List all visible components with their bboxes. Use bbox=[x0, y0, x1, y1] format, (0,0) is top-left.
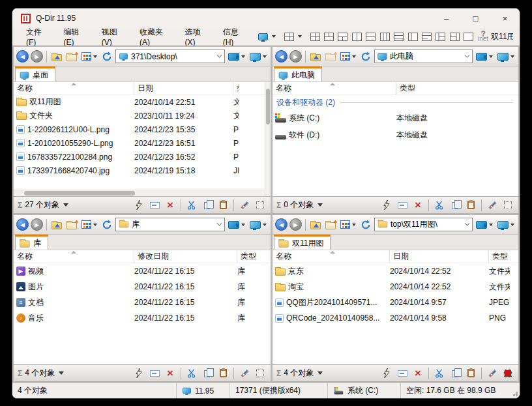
layout-2-horizontal-button[interactable] bbox=[364, 31, 377, 43]
cut-button[interactable] bbox=[185, 199, 198, 212]
paste-button[interactable] bbox=[216, 199, 229, 212]
new-folder-button[interactable] bbox=[65, 50, 78, 64]
back-button[interactable]: ◀ bbox=[16, 218, 29, 231]
layout-dropdown[interactable] bbox=[298, 35, 302, 38]
layout-2-vertical-button[interactable] bbox=[350, 31, 363, 43]
layout-tree-right-button[interactable] bbox=[448, 31, 461, 43]
rename-button[interactable] bbox=[396, 199, 409, 212]
pane-view-button-2[interactable] bbox=[248, 50, 268, 64]
file-row[interactable]: 文件夹 2023/10/11 19:24 文件夹 bbox=[14, 109, 265, 123]
file-row[interactable]: QRCode_202410140958... 2024/10/14 9:58 P… bbox=[273, 310, 518, 326]
copy-button[interactable] bbox=[449, 199, 462, 212]
library-row[interactable]: 图片 2024/11/22 16:15 库 bbox=[14, 279, 271, 295]
column-type[interactable]: 类型 bbox=[233, 82, 239, 94]
folder-up-button[interactable] bbox=[50, 50, 63, 64]
layout-3-top-split-button[interactable] bbox=[322, 31, 335, 43]
file-row[interactable]: 1733971668420740.jpg 2024/12/19 15:18 JP… bbox=[14, 164, 265, 177]
folder-up-button[interactable] bbox=[50, 218, 63, 232]
edit-button[interactable] bbox=[486, 367, 499, 380]
scrollbar-thumb[interactable] bbox=[24, 191, 135, 196]
edit-button[interactable] bbox=[238, 199, 251, 212]
layout-single-button[interactable] bbox=[462, 31, 475, 43]
views-button[interactable] bbox=[339, 218, 357, 232]
file-row[interactable]: QQ图片2024101409571... 2024/10/14 9:57 JPE… bbox=[273, 295, 518, 310]
cut-button[interactable] bbox=[433, 199, 446, 212]
address-combo[interactable]: 此电脑 bbox=[374, 50, 473, 63]
maximize-button[interactable]: □ bbox=[461, 8, 490, 28]
selection-button[interactable] bbox=[254, 367, 267, 380]
layout-3-columns-button[interactable] bbox=[378, 31, 391, 43]
menu-options[interactable]: 选项 (X) bbox=[179, 25, 216, 49]
menu-view[interactable]: 视图 (V) bbox=[96, 25, 133, 49]
favorite-shortcut[interactable]: 双11用 bbox=[491, 31, 513, 42]
column-date[interactable]: 日期 bbox=[134, 82, 233, 94]
library-row[interactable]: ▶视频 2024/11/22 16:15 库 bbox=[14, 263, 271, 279]
refresh-button[interactable] bbox=[100, 50, 113, 64]
delete-button[interactable]: × bbox=[411, 199, 424, 212]
quick-actions-button[interactable] bbox=[132, 367, 145, 380]
count-dropdown-icon[interactable] bbox=[318, 203, 323, 207]
new-folder-button[interactable] bbox=[65, 218, 78, 232]
refresh-button[interactable] bbox=[359, 50, 372, 64]
library-row[interactable]: ≡文档 2024/11/22 16:15 库 bbox=[14, 295, 271, 310]
cut-button[interactable] bbox=[433, 367, 446, 380]
copy-button[interactable] bbox=[201, 199, 214, 212]
paste-button[interactable] bbox=[216, 367, 229, 380]
resize-grip[interactable] bbox=[510, 383, 520, 398]
tab-this-pc[interactable]: 此电脑 bbox=[274, 66, 322, 81]
address-combo[interactable]: 371\Desktop\ bbox=[115, 50, 225, 63]
forward-button[interactable]: ▶ bbox=[31, 218, 43, 231]
count-dropdown-icon[interactable] bbox=[59, 371, 64, 375]
file-row[interactable]: 1678335722100284.png 2024/12/23 16:52 PN… bbox=[14, 150, 265, 164]
menu-favorites[interactable]: 收藏夹 (A) bbox=[134, 25, 178, 49]
menu-edit[interactable]: 编辑 (E) bbox=[59, 25, 95, 49]
selection-button[interactable] bbox=[254, 199, 267, 212]
copy-button[interactable] bbox=[201, 367, 214, 380]
drive-row[interactable]: 软件 (D:) 本地磁盘 bbox=[273, 126, 518, 143]
forward-button[interactable]: ▶ bbox=[289, 50, 302, 63]
close-button[interactable]: × bbox=[490, 8, 520, 28]
folder-up-button[interactable] bbox=[309, 218, 322, 232]
layout-2-columns-button[interactable] bbox=[406, 31, 419, 43]
layout-rows-button[interactable] bbox=[392, 31, 405, 43]
drive-row[interactable]: 系统 (C:) 本地磁盘 bbox=[273, 109, 518, 126]
views-button[interactable] bbox=[80, 218, 98, 232]
quick-actions-button[interactable] bbox=[380, 199, 393, 212]
pane-view-button-1[interactable] bbox=[475, 50, 494, 64]
pane-view-button-2[interactable] bbox=[248, 218, 268, 232]
edit-button[interactable] bbox=[486, 199, 499, 212]
file-row[interactable]: 淘宝 2024/10/14 22:52 文件夹 bbox=[273, 279, 518, 295]
pane-view-button-1[interactable] bbox=[227, 50, 246, 64]
selection-button[interactable] bbox=[501, 199, 514, 212]
column-modified[interactable]: 修改日期 bbox=[134, 250, 237, 263]
vertical-scrollbar[interactable] bbox=[265, 82, 271, 196]
delete-button[interactable]: × bbox=[164, 199, 177, 212]
back-button[interactable]: ◀ bbox=[275, 218, 288, 231]
pane-view-button-1[interactable] bbox=[227, 218, 246, 232]
column-date[interactable]: 日期 bbox=[390, 250, 489, 263]
group-header[interactable]: 设备和驱动器 (2) bbox=[273, 95, 518, 109]
menu-info[interactable]: 信息 (H) bbox=[218, 25, 255, 49]
file-row[interactable]: 京东 2024/10/14 22:52 文件夹 bbox=[273, 263, 518, 279]
inet-help-button[interactable]: ?inet bbox=[478, 31, 488, 42]
views-button[interactable] bbox=[339, 50, 357, 64]
address-combo[interactable]: 库 bbox=[115, 218, 225, 231]
file-row[interactable]: 1-2010201055290-L.png 2024/12/23 16:51 P… bbox=[14, 136, 265, 150]
address-combo[interactable]: top\双11用图\ bbox=[374, 218, 473, 231]
new-folder-button[interactable] bbox=[324, 50, 337, 64]
copy-button[interactable] bbox=[449, 367, 462, 380]
layout-quad2-button[interactable] bbox=[308, 31, 321, 43]
tab-shuang11[interactable]: 双11用图 bbox=[274, 235, 331, 250]
folder-up-button[interactable] bbox=[309, 50, 322, 64]
count-dropdown-icon[interactable] bbox=[63, 203, 68, 207]
refresh-button[interactable] bbox=[359, 218, 372, 232]
new-folder-button[interactable] bbox=[324, 218, 337, 232]
library-row[interactable]: ♪音乐 2024/11/22 16:15 库 bbox=[14, 310, 271, 326]
rename-button[interactable] bbox=[148, 367, 161, 380]
back-button[interactable]: ◀ bbox=[16, 50, 29, 63]
layout-rows2-button[interactable] bbox=[420, 31, 433, 43]
minimize-button[interactable]: – bbox=[432, 8, 461, 28]
back-button[interactable]: ◀ bbox=[275, 50, 288, 63]
horizontal-scrollbar[interactable] bbox=[14, 190, 265, 196]
delete-button[interactable]: × bbox=[164, 367, 177, 380]
